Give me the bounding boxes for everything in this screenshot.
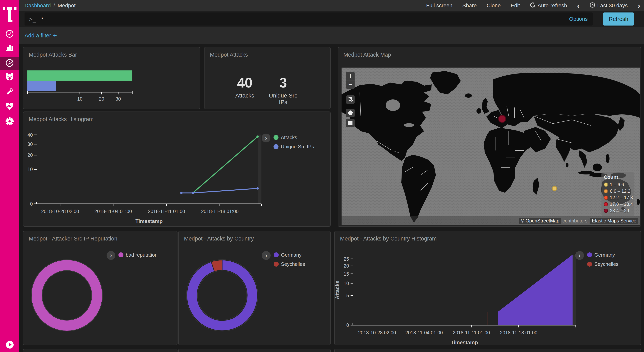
telekom-t-logo [3,5,16,22]
legend-toggle-chevron-icon[interactable]: › [575,251,584,260]
legend-label: Germany [281,252,302,258]
metric-label: Unique Src IPs [264,92,302,105]
legend-dot-icon [604,189,608,193]
next-time-chevron-icon[interactable]: › [638,2,640,10]
panel-country-histogram: Medpot - Attacks by Country Histogram 20… [334,231,641,345]
osm-link[interactable]: © OpenStreetMap [519,218,561,224]
legend-dot-icon [274,135,278,140]
map-legend-label: 6.6 – 12.2 [610,189,630,194]
map-box-zoom-button[interactable] [346,95,354,104]
svg-text:10: 10 [77,96,82,102]
map-zoom-in-button[interactable]: + [346,72,354,80]
gauge-icon [5,59,14,68]
crop-icon [348,96,353,104]
legend-dot-icon [274,252,279,257]
nav-action-clone[interactable]: Clone [487,3,501,9]
map-legend-row: 6.6 – 12.2 [604,188,632,195]
country-donut-chart[interactable] [179,231,330,345]
nav-action-edit[interactable]: Edit [510,3,520,9]
panel-cutoff-2 [178,349,330,352]
sidebar-collapse-button[interactable] [6,341,14,349]
panel-attacks-metric: Medpot Attacks 40 Attacks 3 Unique Src I… [204,47,330,109]
prev-time-chevron-icon[interactable]: ‹ [577,2,580,10]
legend-item-seychelles[interactable]: Seychelles [587,260,618,268]
map-legend-label: 1 – 6.6 [610,182,624,187]
nav-action-auto-refresh[interactable]: Auto-refresh [530,2,567,9]
country-histogram-chart[interactable]: 2018-10-28 02:002018-11-04 01:002018-11-… [335,231,641,345]
sidebar-item-dashboard[interactable] [0,57,19,70]
svg-text:20: 20 [28,152,33,158]
legend-item-bad-reputation[interactable]: bad reputation [118,251,158,259]
elastic-maps-link[interactable]: Elastic Maps Service [590,218,638,224]
wrench-icon [5,87,14,97]
sidebar-item-discover[interactable] [0,28,19,41]
refresh-button[interactable]: Refresh [603,13,634,26]
map-draw-polygon-button[interactable] [346,109,354,117]
sidebar-item-devtools[interactable] [0,85,19,99]
legend-dot-icon [604,183,608,187]
legend-dot-icon [587,262,592,267]
query-options-link[interactable]: Options [569,16,588,22]
breadcrumb: Dashboard / Medpot [24,3,76,9]
legend-item-attacks[interactable]: Attacks [274,134,314,141]
query-bar-row: >_ * Options Refresh [19,11,644,27]
map-legend-row: 23.4 – 29 [604,208,632,214]
map-zoom-out-button[interactable]: − [346,80,354,89]
svg-text:2018-11-04 01:00: 2018-11-04 01:00 [94,209,132,214]
search-input[interactable]: >_ * Options [24,13,593,26]
map-draw-rect-button[interactable] [346,119,354,127]
svg-text:20: 20 [344,263,349,269]
legend-item-seychelles[interactable]: Seychelles [274,260,305,268]
legend-dot-icon [604,202,608,206]
filter-bar: Add a filter + [19,27,644,44]
sidebar-item-management[interactable] [0,115,19,128]
attack-dot-seychelles[interactable] [552,186,557,191]
compass-icon [5,30,14,39]
svg-text:2018-11-04 01:00: 2018-11-04 01:00 [406,330,443,335]
svg-text:Timestamp: Timestamp [135,218,162,224]
gear-icon [5,117,14,126]
time-range-picker[interactable]: Last 30 days [590,2,628,9]
svg-text:2018-11-11 01:00: 2018-11-11 01:00 [453,330,490,335]
svg-text:2018-11-11 01:00: 2018-11-11 01:00 [148,209,185,214]
breadcrumb-page: Medpot [58,3,76,9]
legend-toggle-chevron-icon[interactable]: › [262,251,271,260]
bar-chart-icon [5,43,14,52]
nav-action-share[interactable]: Share [462,3,477,9]
add-filter-label: Add a filter [24,33,51,39]
panel-attack-map: Medpot Attack Map [338,47,641,227]
map-legend-label: 23.4 – 29 [610,208,629,213]
sidebar-item-tpot[interactable] [0,71,19,84]
query-prompt-icon: >_ [29,16,36,23]
svg-text:30: 30 [28,141,33,147]
metric-value: 40 [226,76,264,90]
svg-text:Timestamp: Timestamp [450,340,478,345]
sidebar-item-monitoring[interactable] [0,100,19,113]
breadcrumb-separator: / [54,3,55,9]
attacks-histogram-chart[interactable]: 2018-10-28 02:002018-11-04 01:002018-11-… [24,112,330,226]
panel-src-ip-reputation: Medpot - Attacker Src IP Reputation › ba… [23,231,178,345]
legend-dot-icon [274,262,279,267]
svg-text:5: 5 [346,293,349,298]
world-map[interactable]: Count 1 – 6.66.6 – 12.212.2 – 17.817.8 –… [342,68,640,225]
nav-action-full-screen[interactable]: Full screen [426,3,452,9]
attacks-bar-chart[interactable]: 102030 [24,47,200,109]
pentagon-icon [348,109,353,117]
panel-attacks-by-country: Medpot - Attacks by Country › GermanySey… [178,231,330,345]
reputation-donut-chart[interactable] [24,231,177,345]
metric-unique-ips: 3 Unique Src IPs [264,76,302,105]
metric-attacks: 40 Attacks [226,76,264,99]
legend-item-germany[interactable]: Germany [274,251,305,259]
legend-toggle-chevron-icon[interactable]: › [106,251,116,260]
svg-text:Attacks: Attacks [335,281,340,299]
sidebar-item-visualize[interactable] [0,41,19,55]
legend-item-unique-src-ips[interactable]: Unique Src IPs [274,143,314,150]
add-filter-button[interactable]: Add a filter + [24,32,57,39]
legend-toggle-chevron-icon[interactable]: › [262,134,270,142]
breadcrumb-dashboard-link[interactable]: Dashboard [24,3,51,9]
legend-item-germany[interactable]: Germany [587,251,618,259]
nav-action-label: Clone [487,3,501,9]
square-icon [348,119,353,127]
map-legend-title: Count [604,174,632,180]
svg-text:0: 0 [346,322,349,328]
